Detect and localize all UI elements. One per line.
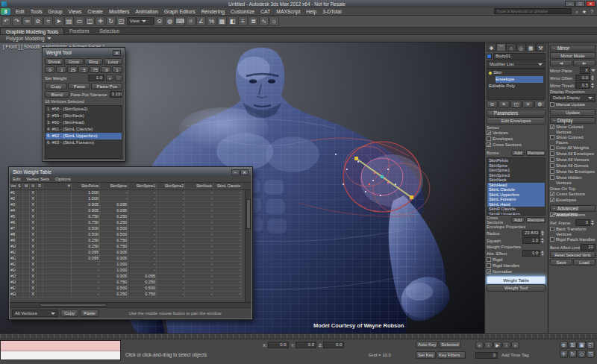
- table-cell[interactable]: -: [185, 250, 213, 256]
- table-cell[interactable]: -: [157, 250, 185, 256]
- table-cell[interactable]: [37, 214, 43, 220]
- vertical-scrollbar[interactable]: [245, 190, 251, 302]
- next-frame-icon[interactable]: ›: [502, 342, 510, 349]
- bind-to-space-warp-icon[interactable]: ≈: [43, 16, 53, 26]
- weight-table-minimize-button[interactable]: –: [231, 169, 240, 175]
- table-cell[interactable]: [23, 256, 30, 262]
- previous-frame-icon[interactable]: ‹: [484, 342, 493, 349]
- table-cell[interactable]: [16, 268, 23, 274]
- tab-motion[interactable]: ◎: [516, 43, 526, 51]
- checkbox[interactable]: [550, 145, 554, 150]
- table-cell[interactable]: -: [157, 244, 185, 250]
- table-cell[interactable]: [16, 226, 23, 232]
- table-cell[interactable]: -: [213, 238, 242, 244]
- table-cell[interactable]: -: [128, 208, 157, 214]
- angle-snap-icon[interactable]: ∠: [196, 16, 206, 26]
- current-frame-field[interactable]: 0: [475, 352, 498, 359]
- checkbox[interactable]: [487, 142, 491, 147]
- table-cell[interactable]: [37, 208, 43, 214]
- bone-affect-limit-field[interactable]: 20: [581, 244, 596, 251]
- keyboard-shortcut-override-icon[interactable]: ⌨: [175, 16, 185, 26]
- table-cell[interactable]: [16, 250, 23, 256]
- table-cell[interactable]: -: [213, 286, 242, 292]
- search-icon[interactable]: ⌕: [573, 8, 581, 15]
- table-cell[interactable]: -: [128, 250, 157, 256]
- table-cell[interactable]: [16, 292, 23, 298]
- table-cell[interactable]: [37, 226, 43, 232]
- go-to-end-icon[interactable]: »: [511, 342, 519, 349]
- tab-create[interactable]: ✚: [487, 43, 496, 51]
- table-cell[interactable]: -: [128, 202, 157, 208]
- object-color-swatch[interactable]: [487, 54, 492, 59]
- table-cell[interactable]: #16: [10, 280, 16, 286]
- table-cell[interactable]: [43, 268, 72, 274]
- table-cell[interactable]: #12: [10, 256, 16, 262]
- maximize-button[interactable]: □: [575, 1, 585, 7]
- menu-item[interactable]: Views: [65, 9, 84, 14]
- pin-stack-icon[interactable]: ⊙: [487, 101, 498, 108]
- table-cell[interactable]: -: [213, 208, 242, 214]
- table-cell[interactable]: X: [30, 196, 37, 202]
- table-cell[interactable]: -: [157, 232, 185, 238]
- table-cell[interactable]: -: [157, 238, 185, 244]
- table-cell[interactable]: [23, 274, 30, 280]
- table-cell[interactable]: [23, 286, 30, 292]
- close-button[interactable]: ✕: [586, 1, 596, 7]
- table-cell[interactable]: [16, 280, 23, 286]
- table-cell[interactable]: [43, 286, 72, 292]
- maximize-viewport-icon[interactable]: ◳: [587, 350, 595, 358]
- weight-table-close-button[interactable]: ✕: [240, 169, 249, 175]
- table-cell[interactable]: [43, 256, 72, 262]
- weight-preset-button[interactable]: 1: [112, 66, 122, 73]
- menu-item[interactable]: Create: [85, 9, 106, 14]
- object-name-field[interactable]: Body01: [493, 53, 546, 60]
- scrollbar-thumb[interactable]: [40, 304, 107, 307]
- abs-effect-field[interactable]: 1.0: [522, 250, 540, 257]
- table-cell[interactable]: -: [100, 196, 128, 202]
- table-cell[interactable]: -: [157, 262, 185, 268]
- edit-envelopes-button[interactable]: Edit Envelopes: [487, 117, 546, 125]
- table-cell[interactable]: -: [72, 292, 100, 298]
- table-cell[interactable]: -: [185, 220, 213, 226]
- table-cell[interactable]: #2: [10, 196, 16, 202]
- column-header[interactable]: SkinL Clavicle: [213, 183, 242, 189]
- selection-button[interactable]: Grow: [64, 58, 83, 65]
- rectangular-selection-region-icon[interactable]: ▭: [75, 16, 84, 26]
- mirror-thresh-field[interactable]: 0.5: [575, 82, 590, 89]
- table-cell[interactable]: X: [30, 274, 37, 280]
- table-cell[interactable]: -: [185, 262, 213, 268]
- table-cell[interactable]: X: [30, 220, 37, 226]
- table-copy-button[interactable]: Copy: [60, 310, 78, 317]
- mirror-plane-dropdown[interactable]: X: [580, 67, 590, 74]
- table-cell[interactable]: [23, 238, 30, 244]
- table-cell[interactable]: 0.500: [100, 232, 128, 238]
- table-cell[interactable]: -: [185, 256, 213, 262]
- table-cell[interactable]: [16, 274, 23, 280]
- modifier-list-dropdown[interactable]: Modifier List: [487, 60, 546, 69]
- table-cell[interactable]: -: [185, 274, 213, 280]
- mirror-paste-green-to-blue-icon[interactable]: ⇉: [550, 60, 572, 66]
- table-cell[interactable]: 0.250: [100, 214, 128, 220]
- tab-hierarchy[interactable]: ⌂: [506, 43, 516, 51]
- table-cell[interactable]: X: [30, 286, 37, 292]
- table-cell[interactable]: #15: [10, 274, 16, 280]
- checkbox[interactable]: [550, 125, 554, 129]
- checkbox[interactable]: [550, 227, 554, 231]
- table-cell[interactable]: 0.750: [100, 280, 128, 286]
- table-cell[interactable]: -: [72, 274, 100, 280]
- selection-button[interactable]: Ring: [84, 58, 103, 65]
- table-cell[interactable]: [16, 196, 23, 202]
- table-cell[interactable]: [23, 214, 30, 220]
- table-cell[interactable]: 0.250: [100, 220, 128, 226]
- table-cell[interactable]: 0.250: [72, 244, 100, 250]
- table-cell[interactable]: -: [213, 274, 242, 280]
- ref-frame-field[interactable]: 0: [575, 219, 590, 226]
- mirror-icon[interactable]: ◧: [228, 16, 237, 26]
- weight-tool-titlebar[interactable]: Weight Tool ✕: [43, 48, 124, 57]
- column-header[interactable]: SkinPelvis: [72, 183, 100, 189]
- snaps-toggle-icon[interactable]: ⌗: [186, 16, 196, 26]
- selection-button[interactable]: Shrink: [45, 58, 63, 65]
- table-cell[interactable]: [37, 202, 43, 208]
- weight-preset-button[interactable]: .9: [101, 66, 111, 73]
- table-cell[interactable]: -: [128, 238, 157, 244]
